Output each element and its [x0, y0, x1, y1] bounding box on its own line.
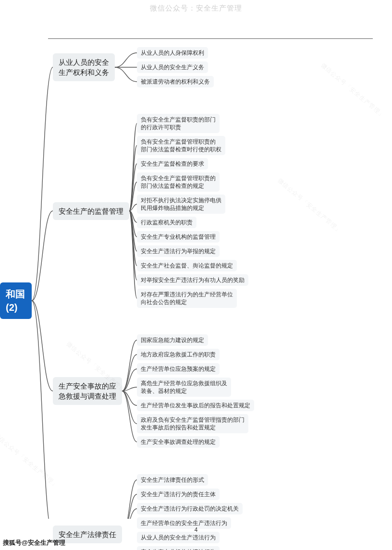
leaf-node: 安全生产违法行为的责任主体: [137, 489, 220, 500]
leaf-node: 安全生产专业机构的监督管理: [137, 231, 220, 243]
root-node: 和国 (2): [0, 282, 32, 319]
leaf-node: 被派遣劳动者的权利和义务: [137, 76, 214, 87]
leaf-node: 对拒不执行执法决定实施停电供 民用爆炸物品措施的规定: [137, 195, 225, 214]
leaf-node: 高危生产经营单位应急救援组织及 装备、器材的规定: [137, 378, 231, 397]
branch-node: 生产安全事故的应 急救援与调查处理: [53, 377, 122, 405]
branch-node: 安全生产的监督管理: [53, 202, 129, 220]
leaf-node: 对举报安全生产违法行为有功人员的奖励: [137, 274, 248, 286]
page-number: 4: [0, 526, 392, 533]
footer-source: 搜狐号@安全生产管理: [3, 538, 65, 547]
leaf-node: 地方政府应急救援工作的职责: [137, 349, 220, 360]
leaf-node: 行政监察机关的职责: [137, 217, 196, 228]
leaf-node: 安全生产社会监督、舆论监督的规定: [137, 260, 237, 271]
leaf-node: 政府及负有安全生产监督管理指责的部门 发生事故后的报告和处置规定: [137, 414, 248, 433]
mindmap-canvas: 从业人员的人身保障权利从业人员的安全生产义务被派遣劳动者的权利和义务从业人员的安…: [0, 38, 392, 519]
leaf-node: 安全生产监督检查的要求: [137, 158, 208, 170]
leaf-node: 生产安全事故调查处理的规定: [137, 436, 220, 448]
leaf-node: 安全生产专业机构的违法行为: [137, 546, 220, 550]
leaf-node: 从业人员的安全生产义务: [137, 61, 208, 73]
leaf-node: 国家应急能力建设的规定: [137, 334, 208, 346]
header-watermark: 微信公众号：安全生产管理: [0, 4, 392, 13]
leaf-node: 负有安全生产监督管理职责的 部门依法监督检查时行使的职权: [137, 136, 225, 155]
leaf-node: 生产经营单位发生事故后的报告和处置规定: [137, 400, 254, 411]
leaf-node: 安全生产违法行为行政处罚的决定机关: [137, 503, 243, 514]
leaf-node: 从业人员的安全生产违法行为: [137, 532, 220, 543]
leaf-node: 安全生产法律责任的形式: [137, 474, 208, 486]
leaf-node: 生产经营单位应急预案的规定: [137, 363, 220, 375]
branch-node: 从业人员的安全 生产权利和义务: [53, 53, 115, 81]
leaf-node: 对存在严重违法行为的生产经营单位 向社会公告的规定: [137, 289, 237, 308]
leaf-node: 负有安全生产监督管理职责的 部门依法监督检查的规定: [137, 172, 220, 192]
leaf-node: 负有安全生产监督职责的部门 的行政许可职责: [137, 114, 220, 133]
leaf-node: 从业人员的人身保障权利: [137, 47, 208, 59]
leaf-node: 安全生产违法行为举报的规定: [137, 245, 220, 257]
